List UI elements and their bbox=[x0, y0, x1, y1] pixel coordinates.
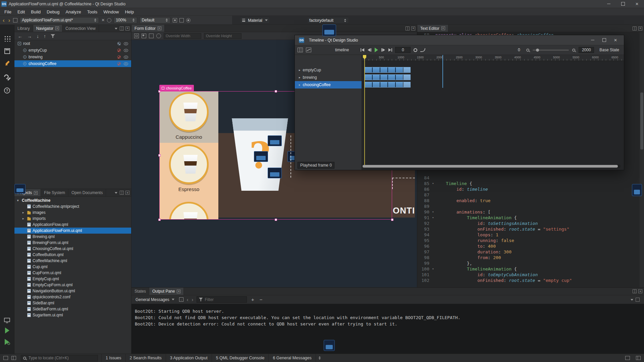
menu-item[interactable]: Build bbox=[28, 8, 44, 15]
tab-close-icon[interactable] bbox=[441, 26, 445, 30]
next-item-icon[interactable]: › bbox=[192, 297, 193, 302]
chevron-down-icon[interactable] bbox=[114, 191, 118, 195]
resize-handle[interactable] bbox=[158, 219, 161, 221]
locator-field[interactable] bbox=[21, 355, 98, 361]
resize-handle[interactable] bbox=[158, 154, 161, 157]
output-pane-toggle[interactable]: 6 General Messages bbox=[268, 354, 316, 362]
terminal-icon[interactable] bbox=[3, 356, 8, 360]
output-pane-toggle[interactable]: 5 QML Debugger Console bbox=[212, 354, 269, 362]
expand-arrow-icon[interactable]: ▸ bbox=[299, 68, 301, 72]
go-to-end-button[interactable] bbox=[388, 48, 392, 52]
split-icon[interactable] bbox=[633, 26, 637, 31]
expand-arrow-icon[interactable]: ▾ bbox=[17, 199, 20, 202]
expand-arrow-icon[interactable]: ▸ bbox=[299, 76, 301, 79]
close-panel-icon[interactable] bbox=[638, 26, 642, 31]
move-tool-icon[interactable] bbox=[142, 34, 146, 38]
timeline-zoom-slider[interactable] bbox=[533, 50, 569, 51]
back-button[interactable]: ‹ bbox=[2, 17, 5, 23]
visibility-eye-icon[interactable] bbox=[124, 42, 128, 45]
project-file-row[interactable]: Brewing.qml bbox=[14, 234, 131, 240]
project-file-row[interactable]: CoffeeMachine.qmlproject bbox=[14, 203, 131, 209]
visibility-eye-icon[interactable] bbox=[124, 62, 128, 65]
output-pane-toggle[interactable]: 3 Application Output bbox=[166, 354, 212, 362]
curve-picker-icon[interactable] bbox=[420, 48, 425, 52]
state-selector[interactable]: Base State bbox=[597, 48, 621, 52]
expand-arrow-icon[interactable]: ▸ bbox=[22, 211, 25, 214]
zoom-out-button[interactable]: − bbox=[259, 297, 264, 302]
live-preview-icon[interactable] bbox=[107, 18, 111, 22]
help-mode-icon[interactable] bbox=[4, 87, 10, 94]
timeline-track-area[interactable]: 5001000150020002500300035004000450050005… bbox=[362, 55, 624, 170]
close-button[interactable]: ✕ bbox=[610, 35, 621, 45]
project-file-row[interactable]: EmptyCupForm.ui.qml bbox=[14, 282, 131, 288]
prev-item-icon[interactable]: ‹ bbox=[187, 297, 189, 302]
minimize-button[interactable] bbox=[602, 0, 616, 8]
split-icon[interactable] bbox=[120, 26, 124, 31]
export-icon[interactable] bbox=[173, 18, 177, 22]
navigator-item[interactable]: root bbox=[14, 40, 131, 47]
keyframe-bar[interactable] bbox=[365, 67, 411, 73]
move-up-icon[interactable]: ↑ bbox=[44, 34, 46, 39]
menu-item[interactable]: File bbox=[1, 8, 14, 15]
export-toggle-icon[interactable] bbox=[117, 55, 121, 59]
override-height-field[interactable] bbox=[204, 33, 241, 39]
project-file-row[interactable]: ▾ CoffeeMachine bbox=[14, 197, 131, 203]
timeline-track[interactable]: ▸ emptyCup bbox=[295, 66, 362, 74]
forward-button[interactable]: › bbox=[8, 17, 11, 23]
close-button[interactable]: ✕ bbox=[630, 0, 644, 8]
tab-close-icon[interactable] bbox=[34, 191, 38, 195]
current-frame-field[interactable]: 0 bbox=[395, 47, 411, 53]
tools-mode-icon[interactable] bbox=[4, 74, 10, 81]
project-file-row[interactable]: SugarItem.ui.qml bbox=[14, 312, 131, 318]
close-panel-icon[interactable] bbox=[125, 191, 129, 195]
pane-up-down-icon[interactable] bbox=[319, 356, 321, 360]
timeline-track[interactable]: ▸ choosingCoffee bbox=[295, 81, 362, 88]
project-file-row[interactable]: ChoosingCoffee.ui.qml bbox=[14, 246, 131, 252]
move-down-icon[interactable]: ↓ bbox=[37, 34, 39, 39]
panel-tab[interactable]: Form Editor bbox=[131, 25, 165, 32]
navigator-item[interactable]: emptyCup bbox=[14, 47, 131, 54]
output-pane-toggle[interactable]: 2 Search Results bbox=[125, 354, 166, 362]
timeline-scrollbar[interactable] bbox=[363, 165, 621, 168]
output-log[interactable]: Boot2Qt: Starting QDB host server.Boot2Q… bbox=[131, 304, 644, 354]
resize-handle[interactable] bbox=[275, 219, 277, 221]
panel-tab[interactable]: Open Documents bbox=[68, 189, 106, 196]
material-selector[interactable]: Material bbox=[240, 17, 270, 23]
menu-item[interactable]: Debug bbox=[44, 8, 62, 15]
project-file-row[interactable]: ApplicationFlowForm.ui.qml bbox=[14, 228, 131, 234]
project-file-row[interactable]: SideBar.qml bbox=[14, 300, 131, 306]
close-panel-icon[interactable] bbox=[638, 289, 642, 293]
next-frame-button[interactable] bbox=[381, 48, 385, 52]
welcome-mode-icon[interactable] bbox=[4, 35, 10, 42]
menu-item[interactable]: Edit bbox=[14, 8, 28, 15]
save-log-icon[interactable] bbox=[179, 297, 183, 302]
expand-arrow-icon[interactable]: ▸ bbox=[299, 83, 301, 86]
locator-input[interactable] bbox=[29, 356, 96, 360]
open-document-selector[interactable]: ApplicationFlowForm.ui.qml* bbox=[20, 17, 99, 23]
timeline-ruler[interactable]: 5001000150020002500300035004000450050005… bbox=[362, 55, 624, 61]
tab-close-icon[interactable] bbox=[55, 26, 59, 30]
selection-tool-icon[interactable] bbox=[134, 34, 139, 38]
close-panel-icon[interactable] bbox=[125, 26, 129, 31]
export-toggle-icon[interactable] bbox=[117, 42, 121, 45]
scrollbar-thumb[interactable] bbox=[363, 165, 618, 168]
bounds-tool-icon[interactable] bbox=[149, 34, 154, 38]
chevron-down-icon[interactable] bbox=[114, 26, 118, 31]
move-right-icon[interactable]: → bbox=[27, 34, 32, 39]
keyframe-track-row[interactable] bbox=[362, 66, 624, 74]
project-file-row[interactable]: EmptyCup.qml bbox=[14, 276, 131, 282]
maximize-button[interactable] bbox=[598, 35, 610, 45]
resize-handle[interactable] bbox=[391, 219, 393, 221]
project-file-row[interactable]: BrewingForm.ui.qml bbox=[14, 240, 131, 246]
zoom-in-button[interactable]: + bbox=[250, 297, 255, 302]
move-left-icon[interactable]: ← bbox=[18, 34, 22, 39]
style-selector[interactable]: Default bbox=[140, 17, 170, 23]
project-file-row[interactable]: ApplicationFlow.qml bbox=[14, 222, 131, 228]
debug-run-button[interactable] bbox=[5, 339, 9, 345]
timeline-title-bar[interactable]: DS Timeline - Qt Design Studio ✕ bbox=[295, 35, 624, 45]
keyframe-bar[interactable] bbox=[365, 74, 411, 80]
split-icon[interactable] bbox=[406, 26, 410, 31]
go-to-start-button[interactable] bbox=[361, 48, 364, 52]
output-filter[interactable] bbox=[197, 296, 247, 303]
visibility-eye-icon[interactable] bbox=[124, 49, 128, 52]
